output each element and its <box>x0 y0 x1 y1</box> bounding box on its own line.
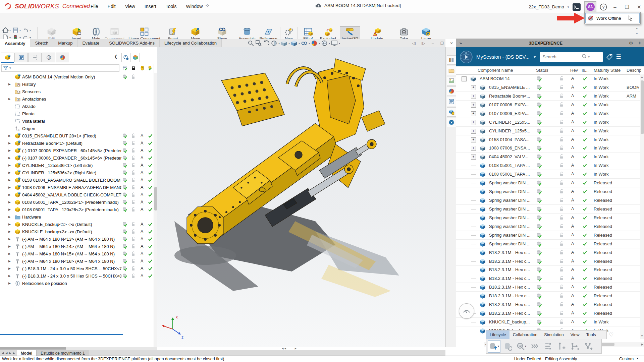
component-row[interactable]: +0158 01004_PASA...AIn Work <box>456 135 640 144</box>
component-row[interactable]: B18.2.3.1M - Hex c...AReleased <box>456 292 640 300</box>
display-style-flyout-icon[interactable]: ▾ <box>299 42 300 45</box>
expand-arrow-icon[interactable]: ▶ <box>8 97 12 101</box>
expand-arrow-icon[interactable]: ▶ <box>8 245 12 248</box>
undo-flyout-icon[interactable]: ▾ <box>30 29 31 32</box>
action-tab-simulation[interactable]: Simulation <box>541 330 567 339</box>
doc-minimize-button[interactable]: – <box>429 40 436 46</box>
expand-row-icon[interactable]: + <box>471 146 476 151</box>
tab-evaluate[interactable]: Evaluate <box>78 39 105 47</box>
3dexperience-compass-icon[interactable]: 3D <box>460 50 473 64</box>
tab-assembly[interactable]: Assembly <box>0 39 30 47</box>
expand-arrow-icon[interactable]: ▶ <box>8 215 12 219</box>
tree-item[interactable]: Alzado <box>0 103 157 110</box>
component-row[interactable]: B18.2.3.1M - Hex c...AReleased <box>456 274 640 283</box>
view-orientation-flyout-icon[interactable]: ▾ <box>288 42 290 45</box>
graphics-viewport[interactable]: x z <box>157 47 445 347</box>
tree-item[interactable]: ▶AAnotaciones <box>0 95 157 103</box>
undo-icon[interactable] <box>22 27 29 34</box>
view-settings-icon[interactable] <box>331 40 338 47</box>
expand-arrow-icon[interactable]: ▶ <box>8 193 12 196</box>
column-status[interactable]: Status <box>536 68 548 73</box>
propertymanager-tab[interactable] <box>14 53 28 62</box>
expand-row-icon[interactable]: + <box>471 94 476 99</box>
tab-markup[interactable]: Markup <box>53 39 77 47</box>
tree-item[interactable]: ▶(-) AM -- M64 x 180 N<16> (AM -- M64 x … <box>0 257 157 265</box>
menu-file[interactable]: File <box>87 2 102 10</box>
tree-item[interactable]: ▶0108 05001_TAPA _120x26<2> (Predetermin… <box>0 206 157 213</box>
work-offline-menu-item[interactable]: Work Offline <box>585 13 640 23</box>
doc-tab-estudio-de-movimiento-1[interactable]: Estudio de movimiento 1 <box>37 350 89 356</box>
edit-appearance-icon[interactable] <box>311 40 318 47</box>
3d-model[interactable]: x z <box>157 47 445 347</box>
tree-vertical-scrollbar[interactable] <box>154 73 157 347</box>
account-name[interactable]: 22x_FD03_Demo <box>529 4 564 9</box>
tree-item[interactable]: ▶0158 01004_PASAMURO SMALL BOLTER BOOM 1… <box>0 176 157 184</box>
tab-solidworks-add-ins[interactable]: SOLIDWORKS Add-Ins <box>104 39 160 47</box>
tree-item[interactable]: ▶(-) B18.3.1M - 24 x 3.0 x 50 Hex SHCS -… <box>0 265 157 272</box>
menu-tools[interactable]: Tools <box>162 2 181 10</box>
expand-row-icon[interactable]: + <box>471 111 476 116</box>
component-row[interactable]: Spring washer DIN ...AReleased <box>456 222 640 231</box>
tree-item[interactable]: ▶History <box>0 80 157 88</box>
help-icon[interactable]: ? <box>600 3 607 11</box>
tree-item[interactable]: ▶(-) B18.3.1M - 24 x 3.0 x 50 Hex SHCS -… <box>0 272 157 280</box>
expand-arrow-icon[interactable]: ▶ <box>8 274 12 278</box>
pin-icon[interactable]: ✧ <box>205 3 210 9</box>
account-chevron-icon[interactable]: ▾ <box>568 5 569 9</box>
column-component-name[interactable]: Component Name <box>478 68 513 73</box>
component-row[interactable]: 0108 05001_TAPA ...AIn Work <box>456 170 640 179</box>
expand-arrow-icon[interactable]: ▶ <box>8 208 12 211</box>
component-row[interactable]: -ASM BOOM 14AIn Work <box>456 74 640 83</box>
tree-item[interactable]: Origen <box>0 125 157 132</box>
expand-arrow-icon[interactable]: ▶ <box>8 178 12 182</box>
search-icon[interactable] <box>582 54 587 60</box>
expand-row-icon[interactable]: + <box>471 155 476 160</box>
component-row[interactable]: +CYLINDER _125x5...AIn Work <box>456 127 640 135</box>
component-row[interactable]: +Retractable Boom<...AIn WorkARM <box>456 92 640 101</box>
component-row[interactable]: Spring washer DIN ...AReleased <box>456 205 640 214</box>
view-settings-flyout-icon[interactable]: ▾ <box>339 42 340 45</box>
collapse-featuremanager-icon[interactable]: ❮ <box>114 54 118 59</box>
apply-scene-icon[interactable] <box>321 40 328 47</box>
taskpane-custom-properties-icon[interactable] <box>447 97 456 106</box>
minimize-button[interactable]: – <box>610 4 619 10</box>
taskpane-design-library-icon[interactable] <box>447 55 456 65</box>
expand-arrow-icon[interactable]: ▶ <box>8 164 12 167</box>
tree-item[interactable]: ▶1008 07006_ENSAMBLE ABRAZADERA DE MANGU… <box>0 184 157 191</box>
view-orientation-icon[interactable] <box>281 40 287 47</box>
tree-item[interactable]: Sensores <box>0 88 157 95</box>
component-row[interactable]: Spring washer DIN ...AReleased <box>456 196 640 205</box>
component-row[interactable]: B18.2.3.1M - Hex c...AReleased <box>456 248 640 257</box>
user-avatar-button[interactable]: SA <box>584 1 596 12</box>
component-row[interactable]: B18.2.3.1M - Hex c...AReleased <box>456 283 640 292</box>
collapse-row-icon[interactable]: - <box>462 76 467 81</box>
component-row[interactable]: B18.2.3.1M - Hex c...AReleased <box>456 265 640 274</box>
tree-lock-display-toggle[interactable] <box>121 53 130 62</box>
save-to-3dexperience-button[interactable]: ▾ <box>488 340 500 353</box>
tree-item[interactable]: Vista lateral <box>0 117 157 125</box>
tree-item[interactable]: ASM BOOM 14 (Vertical Motion Only) <box>0 73 157 80</box>
component-row[interactable]: Spring washer DIN ...AReleased <box>456 231 640 240</box>
display-pane-toggle[interactable] <box>131 53 140 62</box>
action-tab-tools[interactable]: Tools <box>583 330 599 339</box>
component-row[interactable]: B18.2.3.1M - Hex c...AReleased <box>456 300 640 309</box>
doc-close-button[interactable]: ✕ <box>448 40 455 46</box>
tree-item[interactable]: ▶(-) 0107 00006_EXPANDER _60x145<6> (Pre… <box>0 154 157 162</box>
tree-item[interactable]: ▶KNUCKLE_backup<1> ->x (Default)A <box>0 221 157 228</box>
component-row[interactable]: Spring washer DIN ...AReleased <box>456 179 640 187</box>
column-rev[interactable]: Rev <box>570 68 578 73</box>
search-box[interactable]: ▾ <box>540 52 603 62</box>
panel-menu-icon[interactable]: ☰ <box>616 53 621 60</box>
menu-window[interactable]: Window <box>182 2 207 10</box>
tag-icon[interactable] <box>606 54 613 60</box>
component-row[interactable]: Spring washer DIN ...AReleased <box>456 214 640 222</box>
tree-item[interactable]: ▶Relaciones de posición <box>0 280 157 287</box>
expand-arrow-icon[interactable]: ▶ <box>8 134 12 137</box>
tree-item[interactable]: ▶KNUCKLE_backup<2> ->x (Default)A <box>0 228 157 235</box>
hide-show-items-flyout-icon[interactable]: ▾ <box>309 42 310 45</box>
component-row[interactable]: +0107 00006_EXPA...AIn Work <box>456 101 640 109</box>
tab-scroll-buttons[interactable]: ◀◀▶▶ <box>0 350 17 356</box>
taskpane-file-explorer-icon[interactable] <box>447 66 456 75</box>
section-view-icon[interactable] <box>271 40 277 47</box>
viewport-scroll-arrows[interactable]: ◀◀▶ <box>282 347 297 350</box>
